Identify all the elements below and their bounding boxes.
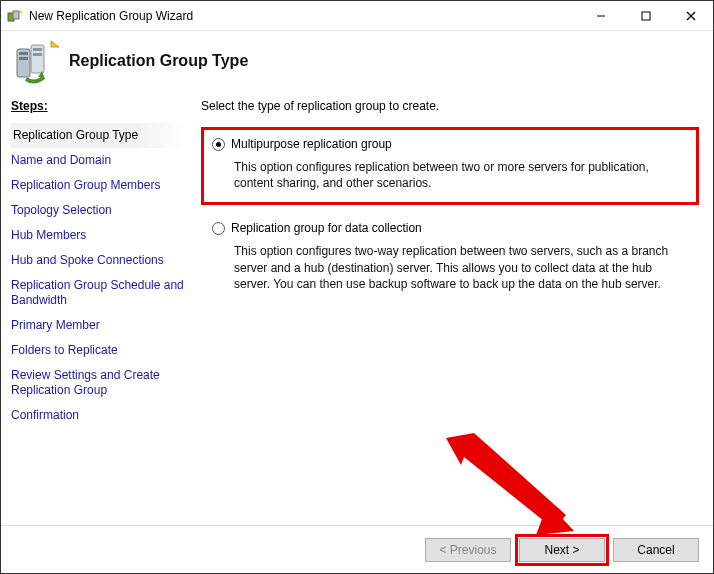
option-title[interactable]: Replication group for data collection: [231, 221, 422, 235]
step-item[interactable]: Replication Group Schedule and Bandwidth: [11, 273, 189, 313]
svg-rect-4: [642, 12, 650, 20]
next-button[interactable]: Next >: [519, 538, 605, 562]
replication-icon: [11, 37, 59, 85]
content-area: Steps: Replication Group TypeName and Do…: [1, 95, 713, 525]
instruction-text: Select the type of replication group to …: [201, 99, 699, 113]
svg-rect-9: [19, 57, 28, 60]
close-button[interactable]: [668, 1, 713, 31]
minimize-button[interactable]: [578, 1, 623, 31]
step-item[interactable]: Replication Group Type: [11, 123, 189, 148]
page-title: Replication Group Type: [69, 52, 248, 70]
step-item[interactable]: Replication Group Members: [11, 173, 189, 198]
option-description: This option configures replication betwe…: [234, 159, 688, 191]
maximize-button[interactable]: [623, 1, 668, 31]
svg-marker-2: [20, 10, 23, 13]
svg-marker-13: [51, 41, 59, 47]
step-item[interactable]: Primary Member: [11, 313, 189, 338]
footer: < Previous Next > Cancel: [1, 525, 713, 573]
option-data-collection: Replication group for data collectionThi…: [201, 211, 699, 306]
app-icon: [7, 8, 23, 24]
main-panel: Select the type of replication group to …: [195, 95, 703, 521]
wizard-window: New Replication Group Wizard: [0, 0, 714, 574]
steps-panel: Steps: Replication Group TypeName and Do…: [11, 95, 189, 521]
step-item[interactable]: Confirmation: [11, 403, 189, 428]
step-item[interactable]: Name and Domain: [11, 148, 189, 173]
window-controls: [578, 1, 713, 31]
cancel-button[interactable]: Cancel: [613, 538, 699, 562]
svg-rect-1: [13, 11, 19, 19]
steps-label: Steps:: [11, 99, 189, 113]
step-item[interactable]: Topology Selection: [11, 198, 189, 223]
previous-button: < Previous: [425, 538, 511, 562]
step-item[interactable]: Folders to Replicate: [11, 338, 189, 363]
radio-button[interactable]: [212, 138, 225, 151]
window-title: New Replication Group Wizard: [29, 9, 578, 23]
step-item[interactable]: Hub Members: [11, 223, 189, 248]
wizard-header: Replication Group Type: [1, 31, 713, 95]
titlebar: New Replication Group Wizard: [1, 1, 713, 31]
svg-rect-8: [19, 52, 28, 55]
option-description: This option configures two-way replicati…: [234, 243, 688, 292]
svg-rect-11: [33, 48, 42, 51]
option-title[interactable]: Multipurpose replication group: [231, 137, 392, 151]
step-item[interactable]: Hub and Spoke Connections: [11, 248, 189, 273]
svg-rect-12: [33, 53, 42, 56]
step-item[interactable]: Review Settings and Create Replication G…: [11, 363, 189, 403]
option-multipurpose: Multipurpose replication groupThis optio…: [201, 127, 699, 205]
radio-button[interactable]: [212, 222, 225, 235]
